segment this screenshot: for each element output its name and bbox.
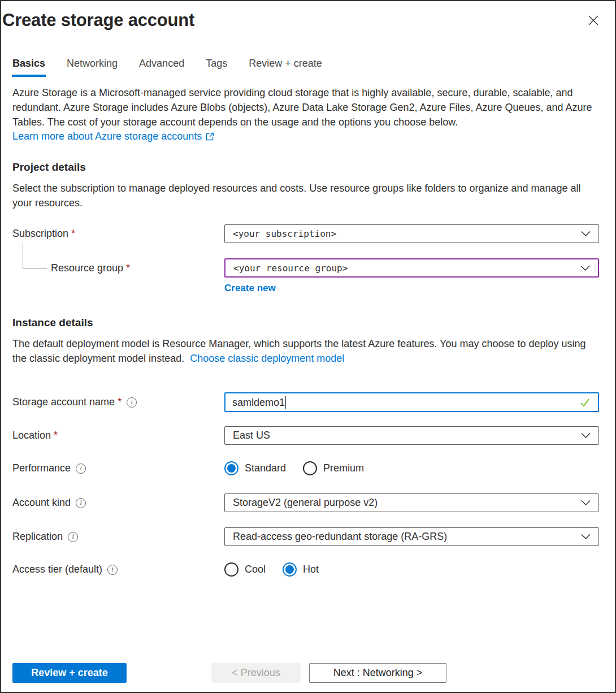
storage-account-name-input[interactable]: samldemo1 [224,392,599,412]
tab-bar: Basics Networking Advanced Tags Review +… [12,58,599,77]
account-kind-row: Account kind i StorageV2 (general purpos… [12,493,599,512]
radio-option-hot[interactable]: Hot [283,562,319,577]
resource-group-connector-line [23,243,47,269]
close-icon [587,14,600,27]
subscription-value: <your subscription> [233,228,336,239]
external-link-icon [205,132,215,141]
performance-row: Performance i Standard Premium [12,461,599,475]
page-title: Create storage account [2,10,615,31]
radio-button-premium[interactable] [303,461,317,475]
required-asterisk: * [126,262,130,274]
info-icon[interactable]: i [76,498,86,508]
previous-button[interactable]: < Previous [211,663,301,683]
intro-paragraph: Azure Storage is a Microsoft-managed ser… [12,85,599,129]
info-icon[interactable]: i [68,532,78,542]
project-details-description: Select the subscription to manage deploy… [12,181,599,210]
radio-option-cool[interactable]: Cool [224,562,266,577]
project-details-heading: Project details [12,161,599,174]
location-label: Location * [12,430,224,441]
performance-label: Performance i [12,462,224,474]
chevron-down-icon [581,231,591,237]
replication-dropdown[interactable]: Read-access geo-redundant storage (RA-GR… [224,527,599,546]
radio-option-premium[interactable]: Premium [303,461,364,475]
account-kind-dropdown[interactable]: StorageV2 (general purpose v2) [224,493,599,512]
tab-review-create[interactable]: Review + create [249,58,322,77]
account-kind-label: Account kind i [12,497,224,509]
subscription-row: Subscription * <your subscription> [12,224,599,243]
required-asterisk: * [71,228,75,240]
radio-button-hot[interactable] [283,562,297,577]
replication-row: Replication i Read-access geo-redundant … [12,527,599,546]
access-tier-radio-group: Cool Hot [224,562,599,577]
tab-basics[interactable]: Basics [12,58,45,77]
storage-account-name-row: Storage account name * i samldemo1 [12,392,599,412]
access-tier-label: Access tier (default) i [12,564,224,575]
chevron-down-icon [581,534,591,540]
validation-check-icon [579,396,591,409]
replication-value: Read-access geo-redundant storage (RA-GR… [233,531,447,543]
info-icon[interactable]: i [107,565,118,575]
storage-account-name-value: samldemo1 [232,396,286,409]
storage-account-name-label: Storage account name * i [12,396,224,408]
chevron-down-icon [581,500,591,506]
tab-tags[interactable]: Tags [206,58,227,77]
subscription-label: Subscription * [12,228,224,240]
chevron-down-icon [581,432,591,439]
required-asterisk: * [54,430,58,441]
create-new-link[interactable]: Create new [224,283,276,293]
location-value: East US [233,430,270,441]
create-storage-account-dialog: Create storage account Basics Networking… [0,0,616,693]
resource-group-value: <your resource group> [233,263,348,274]
performance-radio-group: Standard Premium [224,461,599,475]
classic-deployment-link[interactable]: Choose classic deployment model [190,353,344,364]
learn-more-link[interactable]: Learn more about Azure storage accounts [12,131,202,142]
info-icon[interactable]: i [127,397,137,408]
tab-networking[interactable]: Networking [67,58,118,77]
tab-advanced[interactable]: Advanced [139,58,184,77]
chevron-down-icon [580,265,590,271]
location-dropdown[interactable]: East US [224,426,599,445]
resource-group-dropdown[interactable]: <your resource group> [224,258,599,278]
location-row: Location * East US [12,426,599,445]
instance-details-description: The default deployment model is Resource… [12,336,599,366]
radio-option-standard[interactable]: Standard [224,461,286,475]
review-create-button[interactable]: Review + create [12,663,127,683]
radio-button-standard[interactable] [224,461,238,475]
required-asterisk: * [118,396,122,408]
replication-label: Replication i [12,531,224,543]
info-icon[interactable]: i [76,464,86,474]
radio-button-cool[interactable] [224,562,238,577]
close-button[interactable] [583,10,604,31]
text-cursor [285,396,286,409]
access-tier-row: Access tier (default) i Cool Hot [12,562,599,577]
instance-details-heading: Instance details [12,317,599,329]
next-networking-button[interactable]: Next : Networking > [309,663,446,683]
subscription-dropdown[interactable]: <your subscription> [224,224,599,243]
account-kind-value: StorageV2 (general purpose v2) [233,497,378,509]
resource-group-row: Resource group * <your resource group> [12,258,599,278]
